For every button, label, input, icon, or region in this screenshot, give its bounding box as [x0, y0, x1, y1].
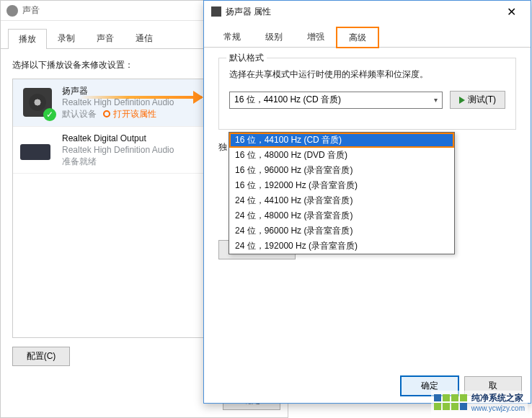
properties-body: 默认格式 选择在共享模式中运行时使用的采样频率和位深度。 16 位，44100 … — [204, 48, 531, 270]
tab-comm[interactable]: 通信 — [125, 28, 164, 48]
device-status: 准备就绪 — [62, 156, 174, 167]
sound-title: 声音 — [22, 4, 40, 17]
group-desc: 选择在共享模式中运行时使用的采样频率和位深度。 — [229, 68, 505, 81]
tab-enhance[interactable]: 增强 — [295, 27, 337, 47]
combo-row: 16 位，44100 Hz (CD 音质) ▾ 测试(T) — [229, 91, 505, 109]
speaker-small-icon — [211, 6, 221, 17]
watermark-logo-icon — [434, 394, 467, 410]
tab-levels[interactable]: 级别 — [253, 27, 295, 47]
close-button[interactable]: ✕ — [500, 4, 523, 20]
combo-value: 16 位，44100 Hz (CD 音质) — [234, 94, 341, 106]
configure-button[interactable]: 配置(C) — [12, 347, 70, 366]
format-option[interactable]: 24 位，96000 Hz (录音室音质) — [229, 223, 454, 239]
digital-icon — [20, 133, 55, 167]
device-status: 默认设备 打开该属性 — [62, 108, 174, 120]
watermark: 纯净系统之家 www.ycwjzy.com — [431, 391, 528, 414]
tab-recording[interactable]: 录制 — [47, 28, 86, 48]
tab-sounds[interactable]: 声音 — [86, 28, 125, 48]
watermark-brand: 纯净系统之家 — [471, 392, 525, 404]
default-format-group: 默认格式 选择在共享模式中运行时使用的采样频率和位深度。 16 位，44100 … — [218, 58, 516, 130]
format-option[interactable]: 24 位，44100 Hz (录音室音质) — [229, 193, 454, 208]
properties-titlebar[interactable]: 扬声器 属性 ✕ — [204, 1, 531, 22]
chevron-down-icon: ▾ — [434, 96, 438, 104]
play-icon — [459, 97, 465, 104]
tab-general[interactable]: 常规 — [211, 27, 253, 47]
properties-tabs: 常规 级别 增强 高级 — [204, 22, 531, 48]
format-option[interactable]: 24 位，192000 Hz (录音室音质) — [229, 239, 454, 254]
device-name: Realtek Digital Output — [62, 133, 174, 144]
speaker-icon: ✓ — [20, 85, 55, 120]
device-info: Realtek Digital Output Realtek High Defi… — [62, 133, 174, 168]
format-option[interactable]: 16 位，192000 Hz (录音室音质) — [229, 178, 454, 193]
open-properties-annotation: 打开该属性 — [103, 109, 156, 119]
properties-window: 扬声器 属性 ✕ 常规 级别 增强 高级 默认格式 选择在共享模式中运行时使用的… — [203, 0, 531, 404]
device-sub: Realtek High Definition Audio — [62, 144, 174, 156]
default-check-icon: ✓ — [43, 108, 56, 121]
test-button[interactable]: 测试(T) — [450, 91, 505, 109]
format-combobox[interactable]: 16 位，44100 Hz (CD 音质) ▾ — [229, 92, 443, 109]
sound-icon — [6, 5, 18, 17]
format-dropdown-list[interactable]: 16 位，44100 Hz (CD 音质) 16 位，48000 Hz (DVD… — [229, 132, 455, 254]
format-option[interactable]: 16 位，44100 Hz (CD 音质) — [229, 133, 454, 148]
device-info: 扬声器 Realtek High Definition Audio 默认设备 打… — [62, 85, 174, 120]
tab-playback[interactable]: 播放 — [8, 29, 47, 49]
format-option[interactable]: 16 位，96000 Hz (录音室音质) — [229, 163, 454, 178]
group-title: 默认格式 — [226, 52, 267, 64]
format-option[interactable]: 24 位，48000 Hz (录音室音质) — [229, 208, 454, 223]
device-name: 扬声器 — [62, 85, 174, 97]
format-option[interactable]: 16 位，48000 Hz (DVD 音质) — [229, 148, 454, 163]
tab-advanced[interactable]: 高级 — [337, 27, 378, 48]
watermark-url: www.ycwjzy.com — [471, 404, 525, 412]
properties-title: 扬声器 属性 — [226, 6, 271, 18]
device-sub: Realtek High Definition Audio — [62, 97, 174, 108]
